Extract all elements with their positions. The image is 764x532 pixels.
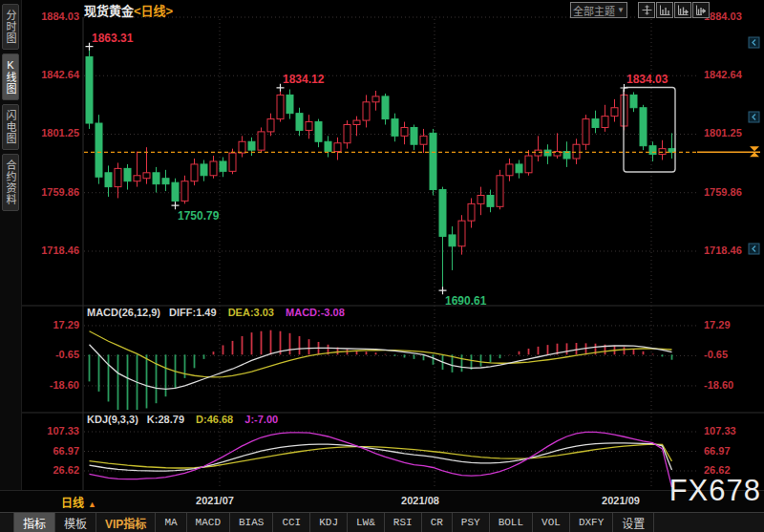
date-label: 2021/08 [401,495,439,506]
toolbar-item-CCI[interactable]: CCI [273,513,310,532]
toolbar-item-MA[interactable]: MA [156,513,186,532]
toolbar-item-LW&[interactable]: LW& [348,513,385,532]
chart-scale-icon[interactable] [656,2,673,18]
kdj-k-value: K:28.79 [147,414,184,425]
sidebar: 分时图K线图闪电图合约资料 [0,0,22,512]
chart-title: 现货黄金<日线> [84,1,173,19]
macd-panel-header: MACD(26,12,9) DIFF:1.49 DEA:3.03 MACD:-3… [87,307,345,318]
trading-app-window: 分时图K线图闪电图合约资料 现货黄金<日线> 全部主题 ▼ 1863.31183… [0,0,764,532]
toolbar-item-MACD[interactable]: MACD [187,513,230,532]
chart-shift-icon[interactable] [674,2,691,18]
macd-diff-value: DIFF:1.49 [169,307,217,318]
time-axis-row: 日线▲ 2021/072021/082021/09 [0,490,764,513]
watermark: FX678 [669,476,761,505]
sidebar-tab-2[interactable]: 闪电图 [2,104,19,150]
toolbar-item-VIP指标[interactable]: VIP指标 [96,513,156,532]
period-selector-label: 日线 [61,497,84,510]
macd-macd-value: MACD:-3.08 [286,307,345,318]
chart-export-icon[interactable] [692,2,710,18]
toolbar-item-PSY[interactable]: PSY [453,513,490,532]
sidebar-tab-3[interactable]: 合约资料 [2,154,19,211]
toolbar-item-BOLL[interactable]: BOLL [490,513,533,532]
date-label: 2021/07 [196,495,234,506]
toolbar-item-KDJ[interactable]: KDJ [310,513,348,532]
toolbar-item-指标[interactable]: 指标 [13,513,55,532]
period-selector[interactable]: 日线▲ [61,494,96,510]
panel-collapse-icon[interactable] [748,242,760,254]
toolbar-item-VOL[interactable]: VOL [533,513,570,532]
toolbar-item-CR[interactable]: CR [422,513,453,532]
date-label: 2021/09 [602,495,640,506]
toolbar-item-模板[interactable]: 模板 [55,513,96,532]
indicator-toolbar: 指标模板VIP指标MAMACDBIASCCIKDJLW&RSICRPSYBOLL… [0,512,764,532]
kdj-title: KDJ(9,3,3) [87,414,138,425]
panel-collapse-icon[interactable] [748,35,760,48]
macd-dea-value: DEA:3.03 [228,307,274,318]
sidebar-tab-0[interactable]: 分时图 [2,4,19,50]
chart-canvas[interactable] [0,0,764,532]
kdj-d-value: D:46.68 [196,414,233,425]
toolbar-item-DXFY[interactable]: DXFY [570,513,613,532]
toolbar-item-设置[interactable]: 设置 [613,513,654,532]
sidebar-tab-1[interactable]: K线图 [2,53,19,100]
theme-dropdown[interactable]: 全部主题 ▼ [570,2,627,18]
toolbar-item-RSI[interactable]: RSI [385,513,422,532]
theme-dropdown-label: 全部主题 [573,3,615,18]
symbol-name: 现货黄金 [84,4,134,18]
triangle-up-icon: ▲ [88,500,96,509]
macd-title: MACD(26,12,9) [87,307,160,318]
toolbar-item-BIAS[interactable]: BIAS [230,513,273,532]
kdj-j-value: J:-7.00 [244,414,278,425]
kdj-panel-header: KDJ(9,3,3) K:28.79 D:46.68 J:-7.00 [87,414,278,425]
period-label: <日线> [134,4,173,18]
panel-collapse-icon[interactable] [748,110,760,122]
crosshair-icon[interactable] [638,2,655,18]
chevron-down-icon: ▼ [617,6,625,14]
